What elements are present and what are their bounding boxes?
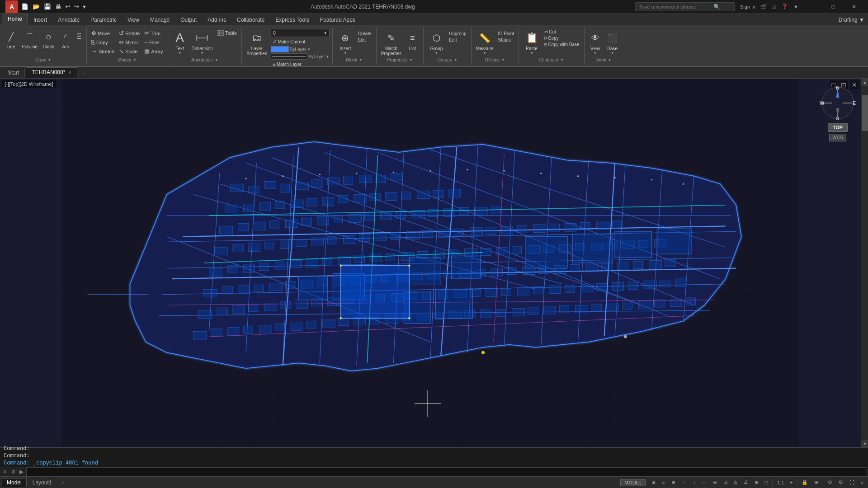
doc-tab-tehran008[interactable]: TEHRAN008* ✕ <box>26 67 77 78</box>
btn-ungroup[interactable]: Ungroup <box>447 31 468 37</box>
help-icon[interactable]: ❓ <box>782 4 788 9</box>
btn-layer-properties[interactable]: 🗂 LayerProperties <box>245 29 269 57</box>
wcs-btn[interactable]: WCS <box>829 134 846 141</box>
model-badge[interactable]: MODEL <box>620 479 646 486</box>
btn-cut[interactable]: ✂Cut <box>542 29 581 35</box>
draw-more-btn[interactable] <box>75 29 84 45</box>
btn-table[interactable]: Table <box>216 29 239 37</box>
tab-manage[interactable]: Manage <box>145 15 175 25</box>
btn-circle[interactable]: ○ Circle <box>40 29 57 50</box>
qa-new[interactable]: 📄 <box>20 2 30 11</box>
store-icon[interactable]: 🛒 <box>761 4 767 9</box>
qa-open[interactable]: 📂 <box>31 2 41 11</box>
btn-dimension[interactable]: Dimension ▼ <box>190 29 215 56</box>
btn-copywbase[interactable]: ⎘Copy with Base <box>542 42 581 47</box>
win-maximize[interactable]: □ <box>823 0 844 14</box>
tab-output[interactable]: Output <box>175 15 202 25</box>
scroll-track[interactable] <box>861 86 868 440</box>
cmd-arrow-icon[interactable]: ▶ <box>19 469 24 475</box>
btn-measure[interactable]: 📏 Measure ▼ <box>474 29 495 56</box>
3dobj-btn[interactable]: □ <box>762 479 771 486</box>
qa-undo[interactable]: ↩ <box>64 2 71 11</box>
color-dropdown[interactable]: ▼ <box>307 47 311 52</box>
settings-btn[interactable]: ⚙ <box>836 479 846 486</box>
polar-btn[interactable]: → <box>679 479 689 486</box>
cmd-input[interactable] <box>26 467 866 476</box>
doc-tab-start[interactable]: Start <box>2 68 25 77</box>
tab-addins[interactable]: Add-ins <box>202 15 231 25</box>
ortho-btn[interactable]: ⊕ <box>669 479 678 486</box>
qa-save[interactable]: 💾 <box>42 2 52 11</box>
lw-btn[interactable]: A <box>731 479 740 486</box>
btn-blockedit[interactable]: Edit <box>356 37 373 43</box>
btn-match-properties[interactable]: ✎ MatchProperties <box>379 29 404 57</box>
customize-btn[interactable]: ≡ <box>858 479 866 486</box>
search-bar[interactable]: 🔍 <box>635 2 735 11</box>
btn-array[interactable]: ▦Array <box>142 47 165 56</box>
layer-color-swatch[interactable] <box>271 46 289 52</box>
win-minimize[interactable]: ─ <box>802 0 823 14</box>
cmd-cancel-icon[interactable]: ✕ <box>2 469 8 475</box>
btn-text[interactable]: A Text ▼ <box>171 29 189 56</box>
btn-stretch[interactable]: ↔Stretch <box>90 47 116 56</box>
btn-move[interactable]: ✥Move <box>90 29 116 38</box>
sign-in-btn[interactable]: Sign In <box>740 4 755 9</box>
btn-line[interactable]: ╱ Line <box>3 29 19 50</box>
btn-copyclip[interactable]: ⎘Copy <box>542 35 581 41</box>
qa-print[interactable]: 🖶 <box>54 2 62 11</box>
btn-view[interactable]: 👁 View ▼ <box>587 29 604 56</box>
zoom-level[interactable]: 1:1 <box>774 479 787 486</box>
close-tab-btn[interactable]: ✕ <box>68 70 71 75</box>
btn-make-current[interactable]: ✓Make Current <box>271 38 307 45</box>
dyn-btn[interactable]: ⊡ <box>721 479 730 486</box>
btn-scale[interactable]: ⤡Scale <box>117 47 142 56</box>
btn-groupedit[interactable]: Edit <box>447 37 468 43</box>
trans-btn[interactable]: ∠ <box>741 479 751 486</box>
top-view-btn[interactable]: TOP <box>828 123 848 132</box>
btn-insert[interactable]: ⊕ Insert ▼ <box>335 29 355 56</box>
scrollbar-right[interactable]: ▲ ▼ <box>861 79 868 447</box>
btn-list[interactable]: ≡ List <box>404 29 420 52</box>
new-tab-btn[interactable]: + <box>78 68 89 78</box>
linetype-dropdown[interactable]: ▼ <box>326 55 330 59</box>
autodesk-icon[interactable]: △ <box>773 4 776 9</box>
annotscale-btn[interactable]: ⊕ <box>811 479 821 486</box>
btn-rotate[interactable]: ↺Rotate <box>117 29 142 38</box>
btn-fillet[interactable]: ⌐Fillet <box>142 38 165 47</box>
grid-btn[interactable]: ⊞ <box>649 479 658 486</box>
btn-status[interactable]: Status <box>496 37 516 43</box>
ucs-btn[interactable]: ⊕ <box>710 479 720 486</box>
tab-expresstools[interactable]: Express Tools <box>270 15 314 25</box>
btn-trim[interactable]: ✂Trim <box>142 29 165 38</box>
tab-home[interactable]: Home <box>2 14 28 25</box>
switch-workspace-btn[interactable]: ⚙ <box>825 479 835 486</box>
btn-mirror[interactable]: ⇔Mirror <box>117 38 142 47</box>
tab-annotate[interactable]: Annotate <box>52 15 85 25</box>
zoom-in-btn[interactable]: + <box>788 479 795 487</box>
btn-polyline[interactable]: ⌒ Polyline <box>20 29 39 50</box>
btn-id[interactable]: ID Point <box>496 31 516 37</box>
tab-insert[interactable]: Insert <box>28 15 52 25</box>
btn-base[interactable]: ⬛ Base ▼ <box>604 29 621 56</box>
btn-copy[interactable]: ⎘Copy <box>90 38 116 47</box>
help-dropdown[interactable]: ▼ <box>793 4 798 9</box>
btn-arc[interactable]: ◜ Arc <box>57 29 74 50</box>
isnap-btn[interactable]: ↕ <box>690 479 698 486</box>
cmd-settings-icon[interactable]: ⚙ <box>10 469 17 475</box>
btn-group[interactable]: ⬡ Group ▼ <box>426 29 446 56</box>
tab-view[interactable]: View <box>122 15 145 25</box>
snap-btn[interactable]: ≡ <box>659 479 667 486</box>
tab-featuredapps[interactable]: Featured Apps <box>315 15 361 25</box>
otrack-btn[interactable]: ↔ <box>699 479 709 486</box>
layout1-tab[interactable]: Layout1 <box>28 478 57 487</box>
layer-dropdown[interactable]: 0 ▼ <box>271 29 330 37</box>
fullscreen-btn[interactable]: ⛶ <box>847 479 857 486</box>
btn-create[interactable]: Create <box>356 31 373 37</box>
sel-btn[interactable]: ⊕ <box>752 479 761 486</box>
model-tab[interactable]: Model <box>2 478 27 487</box>
qa-redo[interactable]: ↪ <box>73 2 80 11</box>
workspace-dropdown[interactable]: Drafting ▼ <box>835 15 868 25</box>
search-input[interactable] <box>639 4 712 9</box>
add-layout-btn[interactable]: + <box>58 478 67 487</box>
btn-paste[interactable]: 📋 Paste ▼ <box>522 29 542 56</box>
